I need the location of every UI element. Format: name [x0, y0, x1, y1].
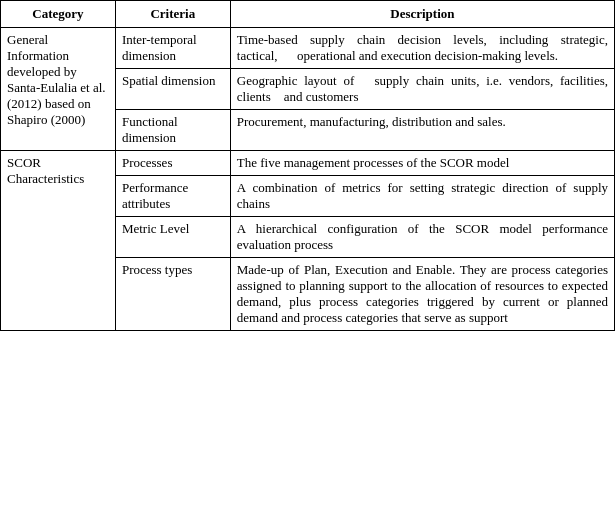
description-spatial: Geographic layout of supply chain units,…	[230, 69, 614, 110]
description-process-types: Made-up of Plan, Execution and Enable. T…	[230, 258, 614, 331]
criteria-performance: Performance attributes	[115, 176, 230, 217]
description-functional: Procurement, manufacturing, distribution…	[230, 110, 614, 151]
criteria-spatial: Spatial dimension	[115, 69, 230, 110]
criteria-process-types: Process types	[115, 258, 230, 331]
category-general: General Information developed by Santa-E…	[1, 28, 116, 151]
criteria-metric: Metric Level	[115, 217, 230, 258]
description-inter-temporal: Time-based supply chain decision levels,…	[230, 28, 614, 69]
table-row: SCOR Characteristics Processes The five …	[1, 151, 615, 176]
criteria-processes: Processes	[115, 151, 230, 176]
header-description: Description	[230, 1, 614, 28]
criteria-functional: Functional dimension	[115, 110, 230, 151]
criteria-inter-temporal: Inter-temporal dimension	[115, 28, 230, 69]
category-scor: SCOR Characteristics	[1, 151, 116, 331]
description-processes: The five management processes of the SCO…	[230, 151, 614, 176]
description-metric: A hierarchical configuration of the SCOR…	[230, 217, 614, 258]
description-performance: A combination of metrics for setting str…	[230, 176, 614, 217]
header-criteria: Criteria	[115, 1, 230, 28]
header-category: Category	[1, 1, 116, 28]
main-table: Category Criteria Description General In…	[0, 0, 615, 331]
table-row: General Information developed by Santa-E…	[1, 28, 615, 69]
